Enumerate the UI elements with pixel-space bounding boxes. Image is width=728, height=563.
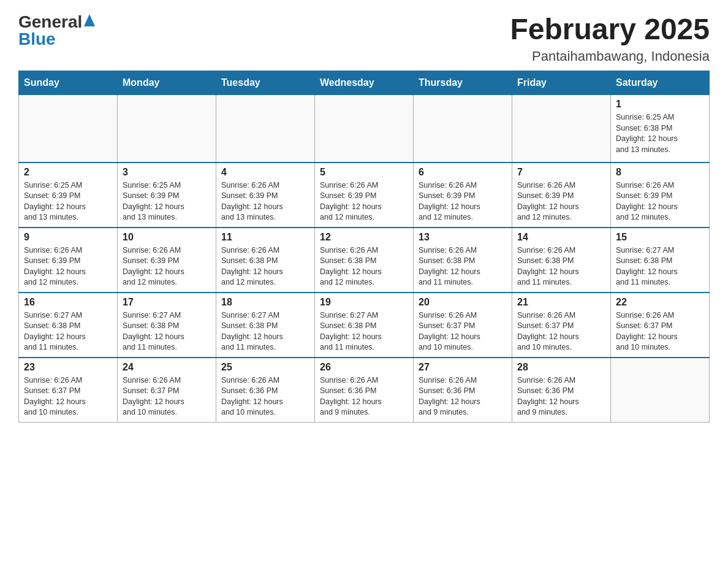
calendar-week-row: 9Sunrise: 6:26 AM Sunset: 6:39 PM Daylig… <box>19 228 710 293</box>
calendar-cell: 23Sunrise: 6:26 AM Sunset: 6:37 PM Dayli… <box>19 358 118 423</box>
logo-triangle-icon <box>84 14 95 29</box>
calendar-cell: 14Sunrise: 6:26 AM Sunset: 6:38 PM Dayli… <box>512 228 611 293</box>
day-number: 25 <box>221 362 309 373</box>
day-number: 4 <box>221 167 309 178</box>
calendar-week-row: 1Sunrise: 6:25 AM Sunset: 6:38 PM Daylig… <box>19 95 710 163</box>
calendar-cell: 17Sunrise: 6:27 AM Sunset: 6:38 PM Dayli… <box>118 293 216 358</box>
day-number: 2 <box>24 167 112 178</box>
calendar-cell: 15Sunrise: 6:27 AM Sunset: 6:38 PM Dayli… <box>611 228 710 293</box>
day-info: Sunrise: 6:26 AM Sunset: 6:38 PM Dayligh… <box>419 245 507 288</box>
calendar-cell: 4Sunrise: 6:26 AM Sunset: 6:39 PM Daylig… <box>216 163 315 228</box>
calendar-header-row: SundayMondayTuesdayWednesdayThursdayFrid… <box>19 71 710 95</box>
weekday-header-monday: Monday <box>118 71 216 95</box>
calendar-cell: 13Sunrise: 6:26 AM Sunset: 6:38 PM Dayli… <box>414 228 512 293</box>
day-info: Sunrise: 6:26 AM Sunset: 6:39 PM Dayligh… <box>419 180 507 223</box>
day-number: 23 <box>24 362 112 373</box>
day-info: Sunrise: 6:26 AM Sunset: 6:39 PM Dayligh… <box>517 180 605 223</box>
day-info: Sunrise: 6:26 AM Sunset: 6:37 PM Dayligh… <box>616 310 704 353</box>
calendar-cell: 26Sunrise: 6:26 AM Sunset: 6:36 PM Dayli… <box>315 358 414 423</box>
day-info: Sunrise: 6:26 AM Sunset: 6:39 PM Dayligh… <box>123 245 211 288</box>
day-number: 3 <box>123 167 211 178</box>
day-info: Sunrise: 6:26 AM Sunset: 6:37 PM Dayligh… <box>419 310 507 353</box>
day-info: Sunrise: 6:26 AM Sunset: 6:39 PM Dayligh… <box>221 180 309 223</box>
weekday-header-thursday: Thursday <box>414 71 512 95</box>
day-info: Sunrise: 6:26 AM Sunset: 6:38 PM Dayligh… <box>221 245 309 288</box>
calendar-cell: 11Sunrise: 6:26 AM Sunset: 6:38 PM Dayli… <box>216 228 315 293</box>
day-info: Sunrise: 6:26 AM Sunset: 6:38 PM Dayligh… <box>517 245 605 288</box>
page-title: February 2025 <box>510 12 710 46</box>
calendar-cell: 27Sunrise: 6:26 AM Sunset: 6:36 PM Dayli… <box>414 358 512 423</box>
calendar-cell: 28Sunrise: 6:26 AM Sunset: 6:36 PM Dayli… <box>512 358 611 423</box>
day-number: 18 <box>221 297 309 308</box>
day-number: 17 <box>123 297 211 308</box>
day-info: Sunrise: 6:26 AM Sunset: 6:39 PM Dayligh… <box>24 245 112 288</box>
day-info: Sunrise: 6:25 AM Sunset: 6:39 PM Dayligh… <box>24 180 112 223</box>
calendar-cell <box>512 95 611 163</box>
day-number: 13 <box>419 232 507 243</box>
weekday-header-sunday: Sunday <box>19 71 118 95</box>
day-number: 10 <box>123 232 211 243</box>
day-info: Sunrise: 6:27 AM Sunset: 6:38 PM Dayligh… <box>24 310 112 353</box>
calendar-cell: 9Sunrise: 6:26 AM Sunset: 6:39 PM Daylig… <box>19 228 118 293</box>
day-number: 6 <box>419 167 507 178</box>
day-number: 26 <box>320 362 408 373</box>
calendar-cell <box>118 95 216 163</box>
calendar-cell: 1Sunrise: 6:25 AM Sunset: 6:38 PM Daylig… <box>611 95 710 163</box>
calendar-cell: 21Sunrise: 6:26 AM Sunset: 6:37 PM Dayli… <box>512 293 611 358</box>
calendar-cell: 10Sunrise: 6:26 AM Sunset: 6:39 PM Dayli… <box>118 228 216 293</box>
calendar-cell: 25Sunrise: 6:26 AM Sunset: 6:36 PM Dayli… <box>216 358 315 423</box>
page-header: General Blue February 2025 Pantaihambawa… <box>18 12 710 64</box>
day-number: 12 <box>320 232 408 243</box>
day-number: 11 <box>221 232 309 243</box>
day-number: 22 <box>616 297 704 308</box>
calendar-cell <box>216 95 315 163</box>
day-info: Sunrise: 6:26 AM Sunset: 6:39 PM Dayligh… <box>616 180 704 223</box>
calendar-table: SundayMondayTuesdayWednesdayThursdayFrid… <box>18 71 710 423</box>
day-number: 16 <box>24 297 112 308</box>
day-number: 5 <box>320 167 408 178</box>
day-info: Sunrise: 6:27 AM Sunset: 6:38 PM Dayligh… <box>320 310 408 353</box>
day-info: Sunrise: 6:26 AM Sunset: 6:36 PM Dayligh… <box>419 375 507 418</box>
day-info: Sunrise: 6:27 AM Sunset: 6:38 PM Dayligh… <box>221 310 309 353</box>
calendar-week-row: 23Sunrise: 6:26 AM Sunset: 6:37 PM Dayli… <box>19 358 710 423</box>
svg-marker-0 <box>84 14 95 26</box>
calendar-cell: 7Sunrise: 6:26 AM Sunset: 6:39 PM Daylig… <box>512 163 611 228</box>
calendar-cell: 5Sunrise: 6:26 AM Sunset: 6:39 PM Daylig… <box>315 163 414 228</box>
page-subtitle: Pantaihambawang, Indonesia <box>510 48 710 64</box>
day-number: 1 <box>616 99 704 110</box>
calendar-week-row: 16Sunrise: 6:27 AM Sunset: 6:38 PM Dayli… <box>19 293 710 358</box>
day-number: 28 <box>517 362 605 373</box>
day-info: Sunrise: 6:26 AM Sunset: 6:36 PM Dayligh… <box>221 375 309 418</box>
day-info: Sunrise: 6:26 AM Sunset: 6:37 PM Dayligh… <box>517 310 605 353</box>
day-info: Sunrise: 6:25 AM Sunset: 6:39 PM Dayligh… <box>123 180 211 223</box>
weekday-header-friday: Friday <box>512 71 611 95</box>
day-number: 21 <box>517 297 605 308</box>
calendar-cell: 2Sunrise: 6:25 AM Sunset: 6:39 PM Daylig… <box>19 163 118 228</box>
day-number: 7 <box>517 167 605 178</box>
day-info: Sunrise: 6:26 AM Sunset: 6:37 PM Dayligh… <box>123 375 211 418</box>
weekday-header-tuesday: Tuesday <box>216 71 315 95</box>
day-number: 19 <box>320 297 408 308</box>
logo: General Blue <box>18 12 95 49</box>
calendar-cell: 20Sunrise: 6:26 AM Sunset: 6:37 PM Dayli… <box>414 293 512 358</box>
title-block: February 2025 Pantaihambawang, Indonesia <box>510 12 710 64</box>
calendar-cell: 8Sunrise: 6:26 AM Sunset: 6:39 PM Daylig… <box>611 163 710 228</box>
day-number: 15 <box>616 232 704 243</box>
logo-blue-text: Blue <box>18 29 56 49</box>
calendar-cell: 6Sunrise: 6:26 AM Sunset: 6:39 PM Daylig… <box>414 163 512 228</box>
day-info: Sunrise: 6:25 AM Sunset: 6:38 PM Dayligh… <box>616 112 704 155</box>
day-info: Sunrise: 6:27 AM Sunset: 6:38 PM Dayligh… <box>123 310 211 353</box>
day-number: 8 <box>616 167 704 178</box>
day-number: 9 <box>24 232 112 243</box>
day-info: Sunrise: 6:26 AM Sunset: 6:38 PM Dayligh… <box>320 245 408 288</box>
day-info: Sunrise: 6:26 AM Sunset: 6:36 PM Dayligh… <box>320 375 408 418</box>
calendar-cell <box>414 95 512 163</box>
calendar-cell <box>611 358 710 423</box>
day-info: Sunrise: 6:26 AM Sunset: 6:37 PM Dayligh… <box>24 375 112 418</box>
calendar-cell: 16Sunrise: 6:27 AM Sunset: 6:38 PM Dayli… <box>19 293 118 358</box>
calendar-cell: 24Sunrise: 6:26 AM Sunset: 6:37 PM Dayli… <box>118 358 216 423</box>
day-info: Sunrise: 6:27 AM Sunset: 6:38 PM Dayligh… <box>616 245 704 288</box>
calendar-cell <box>19 95 118 163</box>
calendar-cell: 12Sunrise: 6:26 AM Sunset: 6:38 PM Dayli… <box>315 228 414 293</box>
day-info: Sunrise: 6:26 AM Sunset: 6:36 PM Dayligh… <box>517 375 605 418</box>
